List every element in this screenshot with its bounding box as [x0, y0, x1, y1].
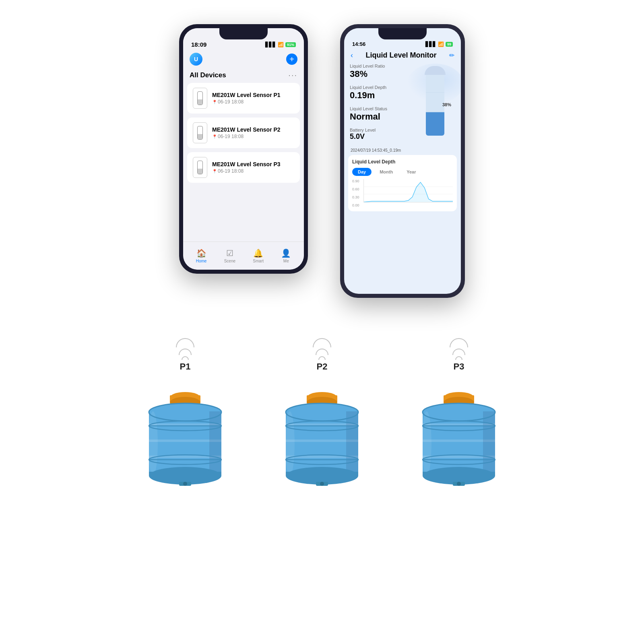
sensor-icon-p1: [197, 91, 203, 105]
device-item-p3[interactable]: ME201W Level Sensor P3 06-19 18:08: [187, 152, 300, 183]
device-info-p3: ME201W Level Sensor P3 06-19 18:08: [212, 161, 294, 174]
edit-button[interactable]: ✏: [449, 52, 454, 59]
barrel-svg-p2: [278, 375, 366, 488]
monitor-title: Liquid Level Monitor: [353, 51, 449, 60]
device-icon-p3: [193, 157, 207, 178]
ratio-label: Liquid Level Ratio: [350, 64, 411, 68]
timestamp-row: 2024/07/19 14:53:45_0.19m: [344, 147, 461, 155]
phone1-time: 18:09: [191, 41, 206, 48]
barrel-label-p1: P1: [180, 361, 191, 372]
battery-row: Battery Level 5.0V: [350, 128, 411, 141]
barrel-svg-graphic-p3: [415, 375, 503, 488]
home-icon: 🏠: [196, 248, 206, 258]
svg-rect-32: [286, 472, 358, 476]
barrel-svg-p1: [141, 375, 229, 488]
smart-icon: 🔔: [253, 248, 263, 258]
metrics-panel: Liquid Level Ratio 38% Liquid Level Dept…: [350, 64, 411, 147]
tank-body: [426, 73, 444, 136]
ratio-row: Liquid Level Ratio 38%: [350, 64, 411, 79]
device-item-p1[interactable]: ME201W Level Sensor P1 06-19 18:08: [187, 83, 300, 114]
depth-label: Liquid Level Depth: [350, 85, 411, 90]
svg-point-10: [148, 411, 158, 476]
battery-badge: 91%: [285, 42, 296, 47]
wifi-icon-2: 📶: [438, 41, 444, 47]
y-label-0.30: 0.30: [352, 195, 363, 199]
nav-smart[interactable]: 🔔 Smart: [253, 248, 264, 263]
sensor-icon-p2: [197, 126, 203, 140]
wave-mid-p3: [452, 349, 465, 355]
device-info-p2: ME201W Level Sensor P2 06-19 18:08: [212, 126, 294, 139]
nav-me-label: Me: [283, 259, 289, 263]
wave-outer-p1: [176, 338, 194, 347]
tab-day[interactable]: Day: [352, 168, 372, 176]
scene-icon: ☑: [226, 248, 233, 258]
tank-visualization: 38%: [420, 66, 450, 138]
device-name-p1: ME201W Level Sensor P1: [212, 92, 294, 98]
tank-panel: 38%: [415, 64, 455, 147]
nav-home[interactable]: 🏠 Home: [196, 248, 207, 263]
phone1-status-icons: ▋▋▋ 📶 91%: [265, 42, 296, 47]
add-device-button[interactable]: +: [286, 54, 297, 65]
more-menu-button[interactable]: ···: [288, 70, 297, 80]
battery-value: 5.0V: [350, 132, 411, 141]
wave-inner-p3: [455, 356, 462, 360]
phone-device-list: 18:09 ▋▋▋ 📶 91% U + All Devices ···: [179, 24, 308, 274]
bottom-section: P1: [0, 314, 644, 488]
svg-rect-49: [483, 411, 495, 476]
phone2-status-icons: ▋▋▋ 📶 99: [425, 41, 453, 47]
status-value: Normal: [350, 111, 411, 122]
phone2-time: 14:56: [352, 41, 365, 47]
nav-me[interactable]: 👤 Me: [281, 248, 291, 263]
y-label-0.60: 0.60: [352, 187, 363, 191]
device-icon-p1: [193, 88, 207, 109]
wave-inner-p1: [182, 356, 189, 360]
chart-section: Liquid Level Depth Day Month Year 0.90 0…: [348, 155, 457, 211]
depth-row: Liquid Level Depth 0.19m: [350, 85, 411, 101]
barrel-p1: P1: [141, 338, 229, 488]
devices-title-row: All Devices ···: [183, 69, 304, 83]
barrel-svg-p3: [415, 375, 503, 488]
chart-fill: [364, 182, 453, 202]
svg-point-48: [422, 411, 431, 476]
wave-outer-p3: [450, 338, 468, 347]
svg-rect-51: [423, 472, 495, 476]
barrel-label-p3: P3: [454, 361, 464, 372]
tank-water-fill: [426, 112, 444, 136]
monitor-content-area: Liquid Level Ratio 38% Liquid Level Dept…: [344, 64, 461, 147]
chart-title: Liquid Level Depth: [352, 159, 453, 165]
avatar[interactable]: U: [190, 53, 202, 66]
tab-month[interactable]: Month: [374, 168, 398, 176]
chart-tabs: Day Month Year: [352, 168, 453, 176]
signal-icon: ▋▋▋: [265, 42, 276, 47]
device-info-p1: ME201W Level Sensor P1 06-19 18:08: [212, 92, 294, 105]
device-icon-p2: [193, 122, 207, 143]
wifi-waves-p2: [313, 338, 331, 360]
barrel-svg-graphic-p1: [141, 375, 229, 488]
ratio-value: 38%: [350, 69, 411, 79]
svg-rect-13: [149, 472, 221, 476]
barrel-p3: P3: [415, 338, 503, 488]
chart-y-labels: 0.90 0.60 0.30 0.00: [352, 179, 363, 207]
svg-point-29: [285, 411, 295, 476]
device-time-p3: 06-19 18:08: [212, 168, 294, 174]
signal-icon-2: ▋▋▋: [425, 41, 436, 47]
wave-inner-p2: [318, 356, 326, 360]
nav-scene[interactable]: ☑ Scene: [224, 248, 235, 263]
top-section: 18:09 ▋▋▋ 📶 91% U + All Devices ···: [0, 0, 644, 314]
barrel-p2: P2: [278, 338, 366, 488]
phone1-screen: 18:09 ▋▋▋ 📶 91% U + All Devices ···: [183, 28, 304, 270]
status-row: Liquid Level Status Normal: [350, 106, 411, 122]
nav-home-label: Home: [196, 259, 207, 263]
tank-pct-label: 38%: [442, 102, 451, 107]
phone2-screen: 14:56 ▋▋▋ 📶 99 ‹ Liquid Level Monitor ✏: [344, 28, 461, 294]
wave-mid-p1: [179, 349, 192, 355]
tank-top-cap: [425, 66, 446, 75]
sensor-icon-p3: [197, 161, 203, 174]
device-time-p2: 06-19 18:08: [212, 134, 294, 139]
y-label-0.90: 0.90: [352, 179, 363, 183]
phone-level-monitor: 14:56 ▋▋▋ 📶 99 ‹ Liquid Level Monitor ✏: [340, 24, 465, 298]
tab-year[interactable]: Year: [401, 168, 421, 176]
device-item-p2[interactable]: ME201W Level Sensor P2 06-19 18:08: [187, 118, 300, 148]
y-label-0.00: 0.00: [352, 203, 363, 207]
nav-smart-label: Smart: [253, 259, 264, 263]
